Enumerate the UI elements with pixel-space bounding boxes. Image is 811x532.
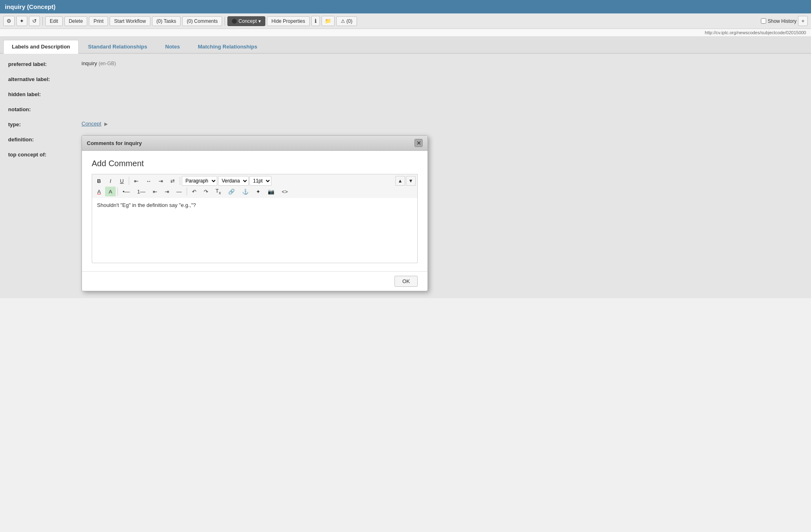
show-history-label[interactable]: Show History bbox=[761, 18, 797, 24]
folder-icon[interactable]: 📁 bbox=[322, 16, 335, 26]
align-center-button[interactable]: ↔ bbox=[143, 176, 154, 186]
special-char-button[interactable]: ✦ bbox=[253, 187, 264, 196]
modal-title: Comments for inquiry bbox=[87, 140, 142, 146]
concept-label: Concept bbox=[238, 18, 257, 24]
bold-button[interactable]: B bbox=[94, 176, 104, 186]
rte-sep-3 bbox=[117, 187, 118, 196]
italic-button[interactable]: I bbox=[105, 176, 116, 186]
justify-button[interactable]: ⇄ bbox=[167, 176, 178, 186]
add-comment-heading: Add Comment bbox=[92, 159, 418, 168]
main-content: Labels and Description Standard Relation… bbox=[0, 37, 811, 298]
modal-close-button[interactable]: ✕ bbox=[414, 139, 423, 147]
rte-toolbar-row1: B I U ⇤ ↔ ⇥ ⇄ Paragraph Verdana bbox=[94, 176, 416, 186]
modal-footer: OK bbox=[82, 271, 428, 291]
ok-button[interactable]: OK bbox=[394, 276, 418, 287]
print-button[interactable]: Print bbox=[89, 16, 108, 26]
paragraph-select[interactable]: Paragraph bbox=[182, 176, 217, 186]
rte-scroll-down[interactable]: ▼ bbox=[406, 176, 416, 186]
align-right-button[interactable]: ⇥ bbox=[155, 176, 166, 186]
bullet-list-button[interactable]: •— bbox=[119, 187, 133, 196]
tab-standard[interactable]: Standard Relationships bbox=[79, 40, 156, 53]
anchor-button[interactable]: ⚓ bbox=[239, 187, 252, 196]
font-color-button[interactable]: A bbox=[94, 187, 104, 196]
rte-sep-2 bbox=[180, 177, 180, 185]
divider-button[interactable]: — bbox=[173, 187, 185, 196]
info-icon[interactable]: ℹ bbox=[311, 16, 320, 26]
concept-arrow: ▾ bbox=[258, 18, 261, 24]
indent-inc-button[interactable]: ⇥ bbox=[161, 187, 172, 196]
rte-content[interactable]: Shouldn't "Eg" in the definition say "e.… bbox=[92, 198, 418, 263]
delete-button[interactable]: Delete bbox=[64, 16, 88, 26]
tab-notes[interactable]: Notes bbox=[156, 40, 188, 53]
show-history-text: Show History bbox=[768, 18, 797, 24]
page-title: inquiry (Concept) bbox=[5, 3, 55, 10]
tasks-button[interactable]: (0) Tasks bbox=[152, 16, 181, 26]
title-bar: inquiry (Concept) bbox=[0, 0, 811, 13]
numbered-list-button[interactable]: 1— bbox=[134, 187, 149, 196]
underline-button[interactable]: U bbox=[117, 176, 127, 186]
link-button[interactable]: 🔗 bbox=[225, 187, 238, 196]
alert-button[interactable]: ⚠ (0) bbox=[336, 16, 357, 26]
align-left-button[interactable]: ⇤ bbox=[131, 176, 142, 186]
toolbar: ⚙ ✦ ↺ Edit Delete Print Start Workflow (… bbox=[0, 13, 811, 29]
rte-sep-4 bbox=[187, 187, 187, 196]
indent-dec-button[interactable]: ⇤ bbox=[150, 187, 161, 196]
modal-header: Comments for inquiry ✕ bbox=[82, 136, 428, 151]
comments-button[interactable]: (0) Comments bbox=[182, 16, 222, 26]
comments-modal: Comments for inquiry ✕ Add Comment B I U… bbox=[82, 135, 428, 291]
hide-properties-button[interactable]: Hide Properties bbox=[267, 16, 310, 26]
tabs: Labels and Description Standard Relation… bbox=[0, 37, 811, 54]
plus-button[interactable]: + bbox=[798, 16, 808, 26]
url-text: http://cv.iptc.org/newscodes/subjectcode… bbox=[705, 30, 806, 35]
edit-button[interactable]: Edit bbox=[45, 16, 63, 26]
modal-body: Add Comment B I U ⇤ ↔ ⇥ ⇄ Paragra bbox=[82, 151, 428, 271]
url-bar: http://cv.iptc.org/newscodes/subjectcode… bbox=[0, 29, 811, 37]
tab-labels[interactable]: Labels and Description bbox=[3, 40, 79, 54]
content-area: preferred label: inquiry (en-GB) alterna… bbox=[0, 54, 811, 298]
highlight-button[interactable]: A bbox=[105, 187, 116, 196]
image-button[interactable]: 📷 bbox=[264, 187, 278, 196]
tab-matching[interactable]: Matching Relationships bbox=[189, 40, 266, 53]
concept-dropdown[interactable]: Concept ▾ bbox=[227, 16, 265, 26]
comment-text: Shouldn't "Eg" in the definition say "e.… bbox=[97, 202, 196, 208]
redo-button[interactable]: ↷ bbox=[201, 187, 212, 196]
rte-sep-1 bbox=[129, 177, 129, 185]
show-history-checkbox[interactable] bbox=[761, 18, 766, 24]
html-button[interactable]: <> bbox=[278, 187, 291, 196]
clear-format-button[interactable]: Tx bbox=[212, 187, 224, 196]
concept-dot bbox=[232, 19, 237, 24]
icon-btn-1[interactable]: ⚙ bbox=[3, 16, 15, 26]
separator-1 bbox=[42, 17, 43, 26]
rte-scroll-up[interactable]: ▲ bbox=[395, 176, 405, 186]
separator-2 bbox=[225, 17, 225, 26]
rte-toolbar-row2: A A •— 1— ⇤ ⇥ — ↶ ↷ Tx 🔗 ⚓ ✦ bbox=[94, 187, 416, 196]
font-select[interactable]: Verdana bbox=[218, 176, 249, 186]
rte-toolbar: B I U ⇤ ↔ ⇥ ⇄ Paragraph Verdana bbox=[92, 174, 418, 198]
start-workflow-button[interactable]: Start Workflow bbox=[110, 16, 150, 26]
size-select[interactable]: 11pt bbox=[249, 176, 271, 186]
undo-button[interactable]: ↶ bbox=[189, 187, 200, 196]
icon-btn-3[interactable]: ↺ bbox=[29, 16, 40, 26]
icon-btn-2[interactable]: ✦ bbox=[16, 16, 27, 26]
